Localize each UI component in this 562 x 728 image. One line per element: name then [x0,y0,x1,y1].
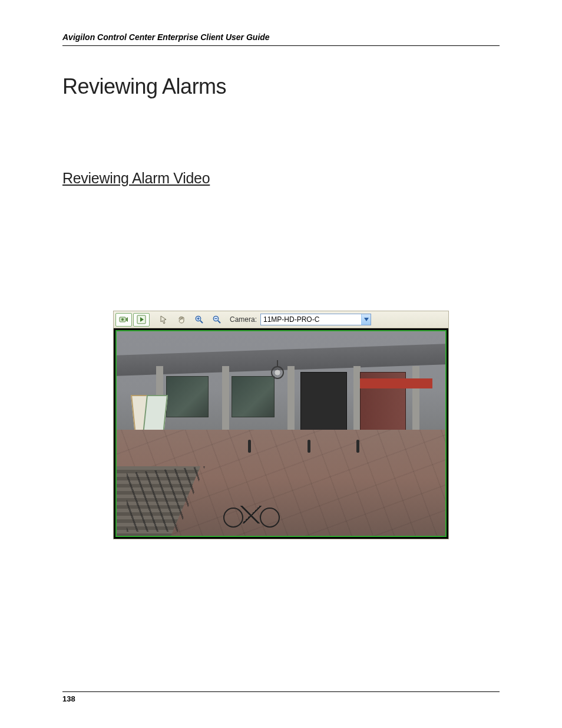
zoom-out-icon[interactable] [209,313,225,327]
play-icon[interactable] [133,313,150,327]
page-title: Reviewing Alarms [62,74,500,99]
section-heading: Reviewing Alarm Video [62,170,500,187]
page-number: 138 [62,694,75,703]
video-pane [114,328,448,539]
zoom-in-icon[interactable] [191,313,207,327]
page-footer: 138 [62,691,500,703]
camera-label: Camera: [230,315,257,324]
camera-input[interactable] [261,314,361,325]
camera-select[interactable] [260,314,371,325]
video-toolbar: Camera: [114,311,448,328]
hand-pan-icon[interactable] [173,313,190,327]
running-header: Avigilon Control Center Enterprise Clien… [62,32,500,46]
chevron-down-icon[interactable] [361,314,371,325]
pointer-icon[interactable] [156,313,172,327]
svg-line-8 [218,321,220,323]
video-frame[interactable] [115,330,447,537]
svg-point-1 [121,318,124,321]
screenshot-figure: Camera: [113,311,449,539]
svg-line-4 [200,321,203,323]
camera-live-icon[interactable] [115,313,132,327]
